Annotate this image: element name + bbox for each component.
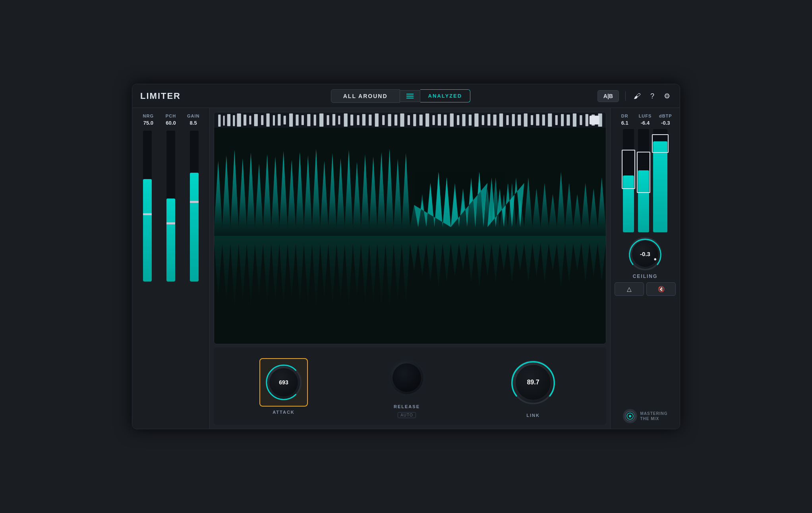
brand-area: MASTERINGTHE MIX [623, 409, 668, 423]
analyzed-button[interactable]: ANALYZED [420, 89, 471, 102]
svg-rect-6 [237, 114, 241, 127]
svg-rect-30 [382, 115, 385, 125]
svg-rect-61 [573, 114, 576, 127]
header-center: ALL AROUND ANALYZED [204, 89, 597, 103]
lufs-meter[interactable] [638, 129, 649, 232]
svg-rect-9 [254, 114, 258, 126]
svg-rect-51 [512, 114, 515, 126]
nrg-track[interactable] [143, 131, 152, 282]
gain-meter [184, 131, 205, 423]
menu-icon-btn[interactable] [400, 90, 420, 102]
svg-point-75 [654, 258, 656, 260]
gain-value: 8.5 [186, 120, 201, 126]
svg-rect-37 [425, 114, 429, 127]
header-right: A|B 🖌 ? ⚙ [597, 90, 672, 102]
main-content: NRG PCH GAIN 75.0 60.0 8.5 [132, 108, 680, 429]
svg-rect-15 [289, 114, 293, 127]
svg-rect-8 [249, 116, 251, 124]
svg-rect-4 [227, 114, 230, 126]
plugin-container: LIMITER ALL AROUND ANALYZED A|B 🖌 ? ⚙ NR… [132, 84, 680, 429]
ceiling-buttons: △ 🔇 [615, 282, 676, 296]
svg-point-74 [630, 238, 661, 270]
svg-rect-52 [518, 115, 521, 126]
gain-fill [190, 173, 199, 282]
pch-label: PCH [163, 114, 179, 118]
svg-rect-49 [499, 114, 503, 127]
svg-rect-45 [474, 114, 478, 127]
svg-rect-53 [524, 114, 528, 127]
svg-rect-18 [307, 114, 310, 126]
gain-label: GAIN [186, 114, 201, 118]
plugin-title: LIMITER [140, 91, 204, 101]
ab-button[interactable]: A|B [597, 90, 619, 102]
nrg-value: 75.0 [140, 120, 156, 126]
link-value: 89.7 [527, 379, 539, 386]
svg-rect-16 [296, 115, 298, 126]
left-panel: NRG PCH GAIN 75.0 60.0 8.5 [132, 108, 210, 429]
svg-rect-60 [566, 115, 570, 126]
svg-rect-21 [327, 115, 329, 125]
release-knob[interactable] [389, 360, 425, 395]
center-panel: 693 ATTACK [210, 108, 610, 429]
svg-rect-46 [482, 115, 484, 125]
svg-rect-26 [357, 115, 359, 125]
nrg-thumb[interactable] [143, 213, 152, 215]
svg-rect-39 [438, 114, 441, 125]
link-group: 89.7 LINK [506, 355, 561, 418]
link-inner: 89.7 [516, 365, 551, 400]
release-label: RELEASE [394, 404, 420, 409]
gain-track[interactable] [190, 131, 199, 282]
meters-row [137, 131, 205, 423]
dr-meter[interactable] [623, 129, 634, 232]
svg-rect-12 [273, 115, 275, 125]
dbtp-meter[interactable] [653, 129, 667, 232]
ceiling-knob[interactable]: -0.3 [628, 237, 662, 270]
attack-value: 693 [279, 379, 288, 386]
meter-values: 75.0 60.0 8.5 [137, 120, 205, 126]
preset-name[interactable]: ALL AROUND [331, 89, 400, 103]
svg-rect-34 [408, 115, 410, 125]
attack-knob[interactable]: 693 [266, 364, 302, 400]
waveform-container[interactable] [214, 112, 606, 344]
svg-rect-56 [542, 115, 545, 126]
brush-button[interactable]: 🖌 [632, 91, 642, 101]
pch-track[interactable] [166, 131, 175, 282]
right-panel: DR LUFS dBTP 6.1 -6.4 -0.3 [610, 108, 680, 429]
link-box: 89.7 [506, 355, 561, 410]
svg-rect-44 [469, 115, 472, 126]
svg-rect-57 [548, 114, 552, 127]
header-divider [625, 91, 626, 101]
gain-thumb[interactable] [190, 201, 199, 203]
attack-inner: 693 [269, 368, 298, 397]
question-button[interactable]: ? [649, 91, 656, 101]
svg-rect-66 [590, 116, 599, 124]
pch-meter [160, 131, 181, 423]
svg-rect-28 [369, 115, 371, 126]
svg-rect-62 [580, 115, 582, 125]
ceiling-delta-btn[interactable]: △ [615, 282, 644, 296]
link-label: LINK [526, 413, 540, 418]
right-meter-values: 6.1 -6.4 -0.3 [615, 120, 676, 126]
dr-label: DR [615, 114, 635, 118]
dr-fill [623, 176, 634, 232]
ceiling-arc-svg [628, 236, 663, 271]
release-group: RELEASE AUTO [383, 354, 430, 418]
svg-rect-17 [302, 115, 304, 125]
release-sub: AUTO [398, 412, 416, 418]
svg-rect-55 [536, 114, 539, 125]
settings-button[interactable]: ⚙ [662, 91, 672, 101]
brand-text: MASTERINGTHE MIX [640, 411, 668, 421]
nrg-fill [143, 179, 152, 282]
svg-rect-42 [457, 115, 459, 125]
link-knob[interactable]: 89.7 [511, 361, 555, 404]
controls-row: 693 ATTACK [214, 347, 606, 425]
lufs-value: -6.4 [635, 120, 655, 126]
ceiling-mute-btn[interactable]: 🔇 [646, 282, 676, 296]
svg-rect-50 [506, 115, 508, 125]
dbtp-value: -0.3 [655, 120, 676, 126]
hamburger-icon [406, 94, 414, 98]
pch-thumb[interactable] [166, 222, 175, 224]
attack-group: 693 ATTACK [259, 358, 308, 415]
dbtp-fill [653, 141, 667, 232]
svg-rect-63 [586, 114, 588, 126]
